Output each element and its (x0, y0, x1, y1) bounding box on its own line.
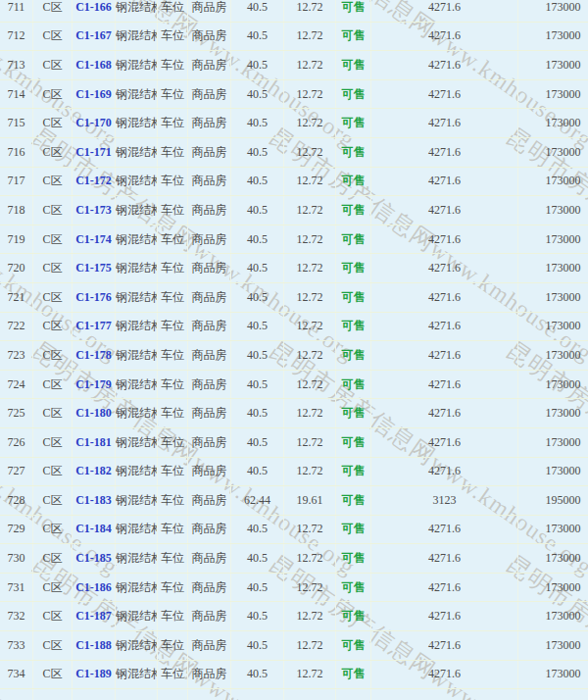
unit-price-cell: 4271.6 (371, 399, 518, 428)
listing-table: 711C区C1-166钢混结构车位商品房40.512.72可售4271.6173… (0, 0, 588, 700)
district-cell: C区 (33, 137, 73, 167)
unit-cell: C1-187 (73, 602, 116, 631)
unit-number-link[interactable]: C1-175 (75, 261, 112, 275)
unit-number-link[interactable]: C1-173 (75, 203, 112, 217)
unit-number-link[interactable]: C1-166 (75, 0, 112, 14)
house-category-cell: 商品房 (188, 79, 231, 109)
sale-status-cell: 可售 (336, 109, 371, 138)
unit-number-link[interactable]: C1-187 (75, 609, 112, 623)
sale-status-cell: 可售 (336, 282, 371, 312)
district-cell: C区 (33, 573, 73, 602)
house-category-cell: 商品房 (188, 22, 231, 51)
inner-area-cell: 12.72 (284, 573, 336, 602)
unit-number-link[interactable]: C1-184 (75, 522, 112, 535)
unit-number-link[interactable]: C1-188 (75, 638, 112, 652)
inner-area-cell: 12.72 (284, 660, 336, 689)
inner-area-cell: 12.72 (284, 0, 336, 22)
unit-price-cell: 4271.6 (371, 660, 518, 689)
row-number-cell: 711 (0, 0, 33, 22)
sale-status-cell: 可售 (336, 225, 371, 254)
unit-number-link[interactable]: C1-178 (75, 348, 112, 362)
sale-status-cell: 可售 (336, 196, 371, 225)
row-number-cell: 724 (0, 370, 33, 399)
unit-price-cell: 4271.6 (371, 254, 518, 283)
use-type-cell: 车位 (158, 631, 188, 661)
row-number-cell: 733 (0, 631, 33, 661)
unit-price-cell: 3123 (371, 486, 518, 516)
unit-number-link[interactable]: C1-170 (75, 116, 112, 129)
empty-cell (33, 689, 73, 700)
build-area-cell: 40.5 (231, 79, 284, 109)
house-category-cell: 商品房 (188, 457, 231, 486)
unit-number-link[interactable]: C1-174 (75, 232, 112, 246)
house-category-cell: 商品房 (188, 427, 231, 457)
unit-number-link[interactable]: C1-182 (75, 464, 112, 477)
inner-area-cell: 12.72 (284, 370, 336, 399)
unit-price-cell: 4271.6 (371, 0, 518, 22)
unit-cell: C1-186 (73, 573, 116, 602)
unit-number-link[interactable]: C1-171 (75, 145, 112, 159)
unit-number-link[interactable]: C1-183 (75, 493, 112, 507)
total-price-cell: 173000 (518, 109, 588, 138)
unit-price-cell: 4271.6 (371, 370, 518, 399)
unit-number-link[interactable]: C1-189 (75, 667, 112, 680)
district-cell: C区 (33, 167, 73, 196)
build-area-cell: 40.5 (231, 457, 284, 486)
unit-number-link[interactable]: C1-180 (75, 406, 112, 420)
house-category-cell: 商品房 (188, 137, 231, 167)
empty-cell (371, 689, 518, 700)
build-area-cell: 40.5 (231, 341, 284, 371)
row-number-cell: 729 (0, 515, 33, 544)
use-type-cell: 车位 (158, 341, 188, 371)
table-row: 715C区C1-170钢混结构车位商品房40.512.72可售4271.6173… (0, 109, 588, 138)
unit-number-link[interactable]: C1-172 (75, 174, 112, 187)
unit-number-link[interactable]: C1-169 (75, 87, 112, 101)
sale-status-cell: 可售 (336, 0, 371, 22)
empty-cell (284, 689, 336, 700)
sale-status-cell: 可售 (336, 573, 371, 602)
use-type-cell: 车位 (158, 457, 188, 486)
use-type-cell: 车位 (158, 427, 188, 457)
empty-cell (158, 689, 188, 700)
unit-number-link[interactable]: C1-179 (75, 377, 112, 391)
row-number-cell: 734 (0, 660, 33, 689)
district-cell: C区 (33, 544, 73, 574)
unit-number-link[interactable]: C1-167 (75, 28, 112, 42)
total-price-cell: 173000 (518, 515, 588, 544)
table-row: 722C区C1-177钢混结构车位商品房40.512.72可售4271.6173… (0, 312, 588, 341)
unit-number-link[interactable]: C1-181 (75, 435, 112, 449)
unit-number-link[interactable]: C1-176 (75, 290, 112, 304)
inner-area-cell: 12.72 (284, 225, 336, 254)
house-category-cell: 商品房 (188, 631, 231, 661)
total-price-cell: 173000 (518, 282, 588, 312)
unit-number-link[interactable]: C1-177 (75, 319, 112, 332)
unit-cell: C1-178 (73, 341, 116, 371)
inner-area-cell: 12.72 (284, 137, 336, 167)
build-area-cell: 40.5 (231, 196, 284, 225)
unit-number-link[interactable]: C1-185 (75, 551, 112, 565)
unit-cell: C1-174 (73, 225, 116, 254)
structure-cell: 钢混结构 (116, 573, 158, 602)
table-row: 734C区C1-189钢混结构车位商品房40.512.72可售4271.6173… (0, 660, 588, 689)
build-area-cell: 40.5 (231, 22, 284, 51)
build-area-cell: 40.5 (231, 282, 284, 312)
house-category-cell: 商品房 (188, 167, 231, 196)
row-number-cell: 720 (0, 254, 33, 283)
structure-cell: 钢混结构 (116, 22, 158, 51)
build-area-cell: 40.5 (231, 0, 284, 22)
house-category-cell: 商品房 (188, 515, 231, 544)
house-category-cell: 商品房 (188, 196, 231, 225)
total-price-cell: 173000 (518, 602, 588, 631)
table-row: 725C区C1-180钢混结构车位商品房40.512.72可售4271.6173… (0, 399, 588, 428)
district-cell: C区 (33, 631, 73, 661)
unit-number-link[interactable]: C1-186 (75, 580, 112, 594)
build-area-cell: 40.5 (231, 225, 284, 254)
table-row: 720C区C1-175钢混结构车位商品房40.512.72可售4271.6173… (0, 254, 588, 283)
unit-cell: C1-172 (73, 167, 116, 196)
table-row: 714C区C1-169钢混结构车位商品房40.512.72可售4271.6173… (0, 79, 588, 109)
unit-number-link[interactable]: C1-168 (75, 58, 112, 72)
house-category-cell: 商品房 (188, 109, 231, 138)
use-type-cell: 车位 (158, 573, 188, 602)
use-type-cell: 车位 (158, 312, 188, 341)
district-cell: C区 (33, 399, 73, 428)
